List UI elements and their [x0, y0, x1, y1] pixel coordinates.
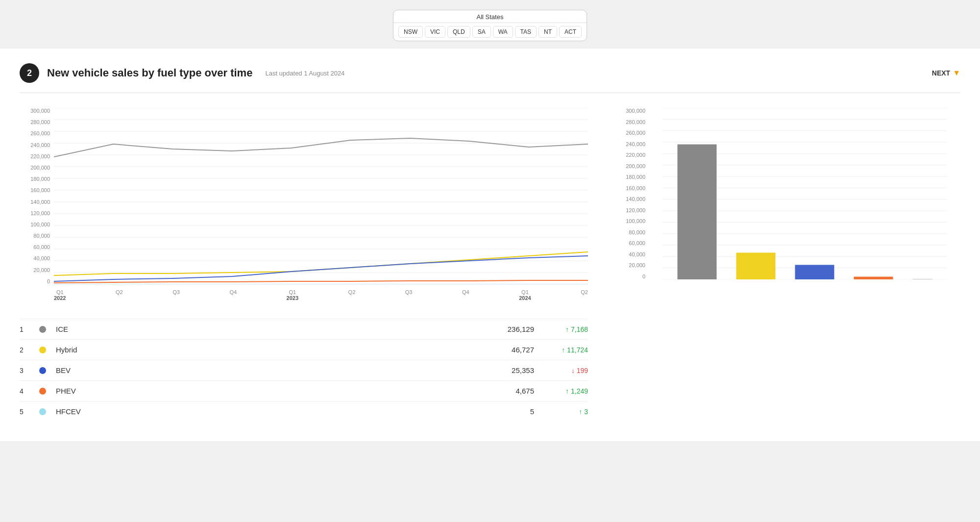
x-label-q: Q3	[172, 289, 180, 295]
x-label-q: Q4	[462, 289, 469, 295]
state-btn-qld[interactable]: QLD	[447, 26, 470, 38]
line-y-label: 200,000	[30, 165, 50, 171]
line-y-label: 260,000	[30, 130, 50, 136]
legend-change: ↑ 1,249	[544, 387, 588, 395]
line-chart-y-axis: 300,000280,000260,000240,000220,000200,0…	[20, 108, 54, 284]
state-buttons: NSWVICQLDSAWATASNTACT	[393, 23, 587, 41]
bar-chart-section: 300,000280,000260,000240,000220,000200,0…	[617, 108, 960, 422]
legend-row: 5HFCEV5↑ 3	[20, 401, 588, 422]
x-label-q: Q4	[229, 289, 237, 295]
legend-change: ↑ 7,168	[544, 325, 588, 333]
line-chart-area: 300,000280,000260,000240,000220,000200,0…	[20, 108, 588, 304]
bar-y-label: 220,000	[626, 152, 645, 158]
legend-rank: 3	[20, 367, 29, 374]
state-btn-sa[interactable]: SA	[472, 26, 491, 38]
x-label-group: Q12023	[287, 289, 298, 301]
legend-dot	[39, 326, 46, 333]
x-label-group: Q4	[462, 289, 469, 301]
legend-value: 46,727	[495, 346, 534, 354]
state-btn-wa[interactable]: WA	[493, 26, 513, 38]
bar-y-label: 240,000	[626, 141, 645, 147]
bar-y-label: 80,000	[629, 229, 645, 235]
bar-y-label: 120,000	[626, 207, 645, 213]
x-label-group: Q12024	[519, 289, 531, 301]
bar-chart-svg-container: ICE Hybrid BEV PHEV HFCEV	[649, 108, 960, 279]
line-chart-section: 300,000280,000260,000240,000220,000200,0…	[20, 108, 588, 422]
legend-change: ↑ 3	[544, 408, 588, 416]
line-y-label: 120,000	[30, 210, 50, 216]
legend-dot	[39, 347, 46, 353]
bar-y-label: 100,000	[626, 218, 645, 224]
legend-rank: 2	[20, 346, 29, 354]
bar-y-label: 60,000	[629, 240, 645, 246]
bar-bev	[795, 265, 834, 279]
legend-change: ↓ 199	[544, 367, 588, 374]
legend-label: Hybrid	[56, 346, 485, 354]
bar-y-label: 160,000	[626, 185, 645, 191]
legend-value: 236,129	[495, 325, 534, 333]
legend-row: 4PHEV4,675↑ 1,249	[20, 380, 588, 401]
x-label-q: Q1	[54, 289, 66, 295]
bar-ice	[678, 145, 717, 280]
legend-row: 1ICE236,129↑ 7,168	[20, 319, 588, 339]
line-y-label: 60,000	[33, 244, 50, 250]
legend-rank: 4	[20, 387, 29, 395]
x-label-q: Q2	[116, 289, 123, 295]
bar-y-label: 300,000	[626, 108, 645, 114]
line-y-label: 80,000	[33, 233, 50, 239]
bar-chart-svg: ICE Hybrid BEV PHEV HFCEV	[649, 108, 960, 279]
legend-table: 1ICE236,129↑ 7,1682Hybrid46,727↑ 11,7243…	[20, 319, 588, 422]
x-label-group: Q2	[348, 289, 356, 301]
legend-label: BEV	[56, 366, 485, 374]
line-y-label: 40,000	[33, 255, 50, 261]
bar-y-label: 280,000	[626, 119, 645, 125]
charts-container: 300,000280,000260,000240,000220,000200,0…	[20, 108, 960, 422]
legend-value: 25,353	[495, 366, 534, 374]
state-btn-vic[interactable]: VIC	[425, 26, 445, 38]
line-y-label: 180,000	[30, 176, 50, 182]
bar-chart-y-axis: 300,000280,000260,000240,000220,000200,0…	[617, 108, 649, 279]
bar-hybrid	[736, 253, 776, 280]
section-title: New vehicle sales by fuel type over time	[47, 67, 252, 79]
state-selector: All States NSWVICQLDSAWATASNTACT	[393, 10, 587, 41]
line-y-label: 240,000	[30, 142, 50, 148]
main-content: 2 New vehicle sales by fuel type over ti…	[0, 49, 980, 441]
x-label-q: Q3	[405, 289, 413, 295]
bar-hfcev	[913, 279, 932, 280]
legend-dot	[39, 408, 46, 415]
line-y-label: 280,000	[30, 119, 50, 125]
legend-dot	[39, 388, 46, 395]
line-chart-svg-container	[54, 108, 588, 284]
x-label-q: Q1	[287, 289, 298, 295]
next-button[interactable]: NEXT ▼	[932, 69, 960, 77]
legend-row: 3BEV25,353↓ 199	[20, 360, 588, 380]
line-y-label: 140,000	[30, 199, 50, 205]
bar-y-label: 260,000	[626, 130, 645, 136]
top-bar: All States NSWVICQLDSAWATASNTACT	[0, 0, 980, 49]
legend-label: ICE	[56, 325, 485, 333]
line-y-label: 300,000	[30, 108, 50, 114]
line-y-label: 20,000	[33, 267, 50, 273]
bar-y-label: 20,000	[629, 262, 645, 268]
state-btn-tas[interactable]: TAS	[515, 26, 537, 38]
x-label-group: Q2	[116, 289, 123, 301]
line-y-label: 220,000	[30, 153, 50, 159]
legend-label: HFCEV	[56, 407, 485, 416]
section-header: 2 New vehicle sales by fuel type over ti…	[20, 63, 960, 93]
section-number: 2	[20, 63, 39, 83]
state-btn-act[interactable]: ACT	[559, 26, 582, 38]
chevron-down-icon: ▼	[953, 69, 960, 77]
bar-y-label: 200,000	[626, 163, 645, 169]
x-label-year: 2024	[519, 295, 531, 301]
legend-rank: 1	[20, 325, 29, 333]
x-label-group: Q4	[229, 289, 237, 301]
line-chart-x-axis: Q12022Q2Q3Q4Q12023Q2Q3Q4Q12024Q2	[54, 289, 588, 301]
bar-y-label: 40,000	[629, 251, 645, 257]
bar-chart-area: 300,000280,000260,000240,000220,000200,0…	[617, 108, 960, 304]
x-label-q: Q2	[581, 289, 588, 295]
legend-dot	[39, 367, 46, 374]
legend-change: ↑ 11,724	[544, 346, 588, 354]
state-btn-nsw[interactable]: NSW	[398, 26, 423, 38]
state-btn-nt[interactable]: NT	[539, 26, 557, 38]
bar-y-label: 140,000	[626, 196, 645, 202]
